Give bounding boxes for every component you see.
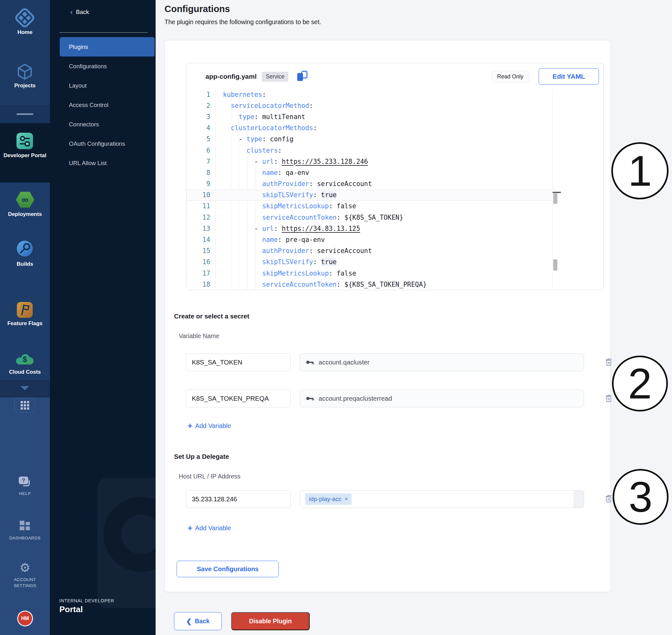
editor-scrollbar-thumb[interactable] — [553, 193, 557, 204]
annotation-circle-3: 3 — [613, 469, 669, 525]
nav-item-list: PluginsConfigurationsLayoutAccess Contro… — [60, 37, 155, 173]
sidebar-item-cloud-costs[interactable]: Cloud Costs — [0, 368, 50, 376]
code-line-2: 2 serviceLocatorMethod: — [187, 100, 552, 111]
variable-name-label: Variable Name — [179, 332, 219, 340]
chevron-left-icon: ‹ — [70, 8, 73, 17]
remove-tag-icon[interactable]: × — [345, 496, 348, 502]
copy-icon[interactable] — [297, 71, 307, 82]
module-grid-button[interactable] — [14, 398, 35, 413]
code-line-13: 13 - url: https://34.83.13.125 — [187, 223, 552, 234]
sidebar-item-deployments[interactable]: Deployments — [0, 211, 50, 218]
code-line-7: 7 - url: https://35.233.128.246 — [187, 156, 552, 167]
yaml-code-area[interactable]: 1kubernetes:2 serviceLocatorMethod:3 typ… — [187, 90, 603, 290]
service-badge: Service — [262, 72, 288, 82]
disable-plugin-button[interactable]: Disable Plugin — [231, 612, 310, 630]
nav-item-oauth-configurations[interactable]: OAuth Configurations — [60, 134, 155, 153]
read-only-badge: Read Only — [491, 71, 529, 83]
editor-scrollbar-thumb[interactable] — [553, 259, 557, 270]
host-url-input[interactable]: 35.233.128.246 — [186, 490, 290, 508]
chevron-down-icon[interactable] — [20, 386, 29, 390]
nav-footer-title: Portal — [59, 605, 83, 614]
delete-delegate-icon[interactable] — [605, 494, 613, 503]
code-line-17: 17 skipMetricsLookup: false — [187, 268, 552, 279]
code-line-5: 5 - type: config — [187, 134, 552, 145]
plus-icon: + — [188, 524, 192, 532]
sidebar-item-feature-flags[interactable]: Feature Flags — [0, 320, 50, 327]
nav-item-access-control[interactable]: Access Control — [60, 95, 155, 115]
edit-yaml-button[interactable]: Edit YAML — [539, 68, 599, 85]
annotation-circle-2: 2 — [612, 356, 668, 412]
back-button[interactable]: ❮ Back — [174, 612, 222, 630]
cloud-costs-icon[interactable]: $ — [15, 351, 35, 366]
nav-back-button[interactable]: ‹ Back — [70, 8, 89, 17]
nav-footer-kicker: INTERNAL DEVELOPER — [59, 598, 114, 603]
code-line-14: 14 name: pre-qa-env — [187, 234, 552, 245]
yaml-editor-header: app-config.yaml Service Read Only Edit Y… — [187, 63, 603, 90]
sidebar-item-help[interactable]: HELP — [0, 490, 50, 497]
main-content: Configurations The plugin requires the f… — [156, 0, 672, 635]
code-line-8: 8 name: qa-env — [187, 167, 552, 178]
configurations-card: app-config.yaml Service Read Only Edit Y… — [165, 40, 611, 592]
code-line-4: 4 clusterLocatorMethods: — [187, 123, 552, 134]
tag-input-addon — [574, 490, 584, 508]
plus-icon: + — [188, 422, 192, 430]
secret-select[interactable]: account.preqaclusterread — [300, 390, 584, 407]
dashboards-icon[interactable] — [19, 520, 31, 531]
svg-text:$: $ — [23, 355, 27, 364]
sidebar-item-builds[interactable]: Builds — [0, 260, 50, 268]
module-sidebar: Home Projects Developer Portal ∞ Deploym… — [0, 0, 50, 635]
code-line-1: 1kubernetes: — [187, 90, 552, 100]
code-line-12: 12 serviceAccountToken: ${K8S_SA_TOKEN} — [187, 212, 552, 223]
code-line-9: 9 authProvider: serviceAccount — [187, 178, 552, 190]
nav-item-configurations[interactable]: Configurations — [60, 57, 155, 76]
delete-variable-icon[interactable] — [605, 394, 613, 403]
key-icon — [306, 360, 314, 365]
rail-section-bottom — [0, 397, 50, 635]
yaml-editor-panel: app-config.yaml Service Read Only Edit Y… — [186, 63, 604, 290]
sidebar-item-home[interactable]: Home — [0, 28, 50, 36]
sidebar-item-projects[interactable]: Projects — [0, 82, 50, 90]
nav-item-layout[interactable]: Layout — [60, 76, 155, 95]
delegate-tag-chip: idp-play-acc × — [305, 494, 351, 505]
nav-item-connectors[interactable]: Connectors — [60, 115, 155, 134]
annotation-circle-1: 1 — [611, 142, 669, 199]
help-icon[interactable]: ? — [18, 476, 32, 489]
svg-text:?: ? — [22, 478, 25, 484]
page-title: Configurations — [165, 4, 230, 14]
editor-scrollbar-annotation — [552, 192, 561, 193]
add-variable-link[interactable]: + Add Variable — [188, 524, 231, 532]
gear-icon[interactable]: ⚙ — [0, 561, 50, 574]
grid-icon — [21, 401, 29, 410]
builds-icon[interactable] — [17, 241, 33, 257]
nav-item-url-allow-list[interactable]: URL Allow List — [60, 153, 155, 173]
code-lines: 1kubernetes:2 serviceLocatorMethod:3 typ… — [187, 90, 552, 290]
nav-separator — [59, 32, 148, 33]
secrets-heading: Create or select a secret — [174, 312, 249, 320]
variable-name-input[interactable]: K8S_SA_TOKEN_PREQA — [186, 390, 290, 407]
secret-select[interactable]: account.qacluster — [300, 353, 584, 371]
sidebar-item-account-settings[interactable]: ACCOUNT SETTINGS — [0, 576, 50, 589]
chevron-left-icon: ❮ — [186, 617, 192, 625]
page-subtitle: The plugin requires the following config… — [165, 18, 321, 26]
projects-cube-icon[interactable] — [16, 63, 33, 81]
sidebar-item-developer-portal[interactable]: Developer Portal — [0, 152, 50, 159]
key-icon — [306, 396, 314, 401]
host-url-label: Host URL / IP Address — [179, 473, 240, 480]
developer-portal-icon[interactable] — [17, 133, 33, 149]
code-line-6: 6 clusters: — [187, 145, 552, 156]
delete-variable-icon[interactable] — [605, 357, 613, 367]
user-avatar[interactable]: HM — [18, 612, 32, 626]
plugin-settings-nav: ‹ Back PluginsConfigurationsLayoutAccess… — [50, 0, 156, 635]
editor-scrollbar-track — [552, 90, 552, 290]
save-configurations-button[interactable]: Save Configurations — [177, 561, 279, 577]
code-line-18: 18 serviceAccountToken: ${K8S_SA_TOKEN_P… — [187, 279, 552, 290]
screen: Home Projects Developer Portal ∞ Deploym… — [0, 0, 672, 635]
sidebar-item-dashboards[interactable]: DASHBOARDS — [0, 535, 50, 541]
variable-name-input[interactable]: K8S_SA_TOKEN — [186, 353, 290, 371]
nav-item-plugins[interactable]: Plugins — [60, 37, 155, 57]
rail-collapse-handle[interactable] — [17, 113, 33, 115]
add-variable-link[interactable]: + Add Variable — [188, 422, 231, 430]
code-line-10: 10 skipTLSVerify: true — [187, 190, 552, 201]
delegate-tag-input[interactable]: idp-play-acc × — [300, 490, 584, 508]
feature-flags-icon[interactable] — [17, 302, 33, 318]
